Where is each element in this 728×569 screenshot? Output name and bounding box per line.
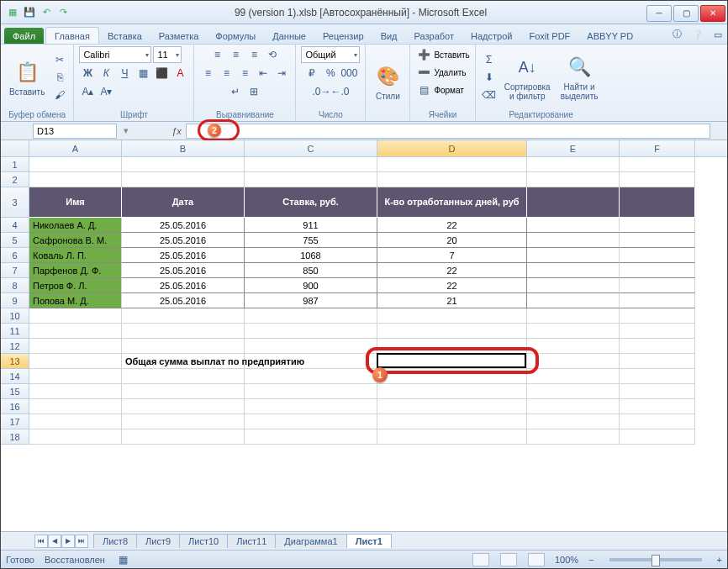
bold-button[interactable]: Ж — [79, 65, 96, 82]
sheet-tab[interactable]: Лист1 — [346, 534, 392, 548]
font-color-button[interactable]: A — [171, 65, 188, 82]
col-header-e[interactable]: E — [527, 140, 620, 156]
macro-record-icon[interactable]: ▦ — [115, 551, 132, 568]
italic-button[interactable]: К — [98, 65, 114, 82]
cell[interactable]: 25.05.2016 — [122, 218, 245, 233]
cell[interactable]: 21 — [377, 293, 527, 308]
tab-data[interactable]: Данные — [264, 28, 314, 44]
zoom-in-icon[interactable]: + — [717, 555, 722, 565]
cell[interactable] — [377, 369, 527, 384]
col-header-a[interactable]: A — [29, 140, 122, 156]
cell[interactable] — [245, 308, 377, 324]
cell[interactable]: 22 — [377, 263, 527, 278]
wrap-text-icon[interactable]: ↵ — [227, 83, 244, 100]
row-header[interactable]: 4 — [1, 218, 29, 233]
align-left-icon[interactable]: ≡ — [199, 65, 216, 82]
row-header[interactable]: 13 — [1, 354, 29, 369]
row-header[interactable]: 8 — [1, 278, 29, 293]
copy-icon[interactable]: ⎘ — [51, 69, 68, 86]
cell[interactable] — [29, 384, 122, 399]
cell[interactable] — [122, 384, 245, 399]
cell[interactable]: 25.05.2016 — [122, 278, 245, 293]
row-header[interactable]: 5 — [1, 233, 29, 248]
paste-button[interactable]: 📋 Вставить — [6, 57, 48, 98]
align-middle-icon[interactable]: ≡ — [227, 46, 244, 63]
underline-button[interactable]: Ч — [116, 65, 133, 82]
tab-addins[interactable]: Надстрой — [462, 28, 520, 44]
tab-file[interactable]: Файл — [4, 28, 44, 44]
cell[interactable] — [377, 354, 527, 369]
insert-cells-icon[interactable]: ➕ — [415, 46, 432, 63]
cell[interactable] — [527, 354, 620, 369]
cell[interactable] — [29, 354, 122, 369]
autosum-icon[interactable]: Σ — [481, 51, 498, 68]
cell[interactable]: 850 — [245, 263, 377, 278]
cell[interactable] — [245, 172, 377, 187]
cell[interactable] — [620, 429, 695, 445]
cell[interactable] — [29, 172, 122, 187]
cell[interactable]: 22 — [377, 278, 527, 293]
cell[interactable] — [377, 384, 527, 399]
align-right-icon[interactable]: ≡ — [236, 65, 253, 82]
row-header[interactable]: 7 — [1, 263, 29, 278]
cell[interactable]: 25.05.2016 — [122, 248, 245, 263]
cell[interactable] — [527, 308, 620, 324]
cell[interactable] — [527, 369, 620, 384]
cell[interactable] — [620, 414, 695, 429]
cell[interactable]: 20 — [377, 233, 527, 248]
increase-font-icon[interactable]: A▴ — [79, 83, 96, 100]
decrease-font-icon[interactable]: A▾ — [98, 83, 114, 100]
cell[interactable] — [527, 218, 620, 233]
zoom-out-icon[interactable]: − — [588, 555, 593, 565]
cell[interactable] — [377, 157, 527, 172]
cell[interactable] — [245, 354, 377, 369]
namebox-dropdown-icon[interactable]: ▾ — [119, 125, 134, 136]
col-header-b[interactable]: B — [122, 140, 245, 156]
cell[interactable] — [29, 339, 122, 354]
ribbon-options-icon[interactable]: ▭ — [709, 26, 727, 44]
cell[interactable] — [527, 263, 620, 278]
tab-foxit[interactable]: Foxit PDF — [520, 28, 578, 44]
cell[interactable] — [122, 308, 245, 324]
cell[interactable] — [620, 233, 695, 248]
row-header[interactable]: 12 — [1, 339, 29, 354]
format-painter-icon[interactable]: 🖌 — [51, 87, 68, 103]
cell[interactable] — [122, 172, 245, 187]
cell[interactable] — [620, 369, 695, 384]
cell[interactable]: Коваль Л. П. — [29, 248, 122, 263]
row-header[interactable]: 14 — [1, 369, 29, 384]
worksheet-grid[interactable]: A B C D E F 123ИмяДатаСтавка, руб.К-во о… — [1, 140, 727, 531]
cell[interactable] — [29, 157, 122, 172]
name-box[interactable]: D13 — [33, 124, 117, 139]
row-header[interactable]: 11 — [1, 324, 29, 339]
row-header[interactable]: 16 — [1, 399, 29, 414]
formula-input[interactable] — [186, 124, 710, 139]
increase-decimal-icon[interactable]: .0→ — [313, 83, 330, 100]
cell[interactable]: Сафронова В. М. — [29, 233, 122, 248]
cell[interactable] — [527, 384, 620, 399]
cell[interactable] — [122, 157, 245, 172]
font-name-combo[interactable]: Calibri — [79, 46, 151, 63]
cell[interactable]: 7 — [377, 248, 527, 263]
minimize-button[interactable]: ─ — [646, 5, 672, 22]
cell[interactable]: 755 — [245, 233, 377, 248]
cell[interactable] — [620, 399, 695, 414]
cell[interactable] — [620, 187, 695, 218]
cell[interactable] — [620, 263, 695, 278]
row-header[interactable]: 18 — [1, 429, 29, 445]
cell[interactable] — [527, 157, 620, 172]
cell[interactable] — [29, 399, 122, 414]
cell[interactable] — [527, 278, 620, 293]
select-all-corner[interactable] — [1, 140, 29, 156]
cell[interactable] — [245, 157, 377, 172]
tab-insert[interactable]: Вставка — [99, 28, 150, 44]
row-header[interactable]: 2 — [1, 172, 29, 187]
tab-abbyy[interactable]: ABBYY PD — [578, 28, 641, 44]
cell[interactable] — [245, 339, 377, 354]
fill-icon[interactable]: ⬇ — [481, 69, 498, 86]
cell[interactable] — [122, 339, 245, 354]
cell[interactable] — [377, 339, 527, 354]
align-top-icon[interactable]: ≡ — [208, 46, 225, 63]
cell[interactable] — [527, 339, 620, 354]
cell[interactable] — [527, 293, 620, 308]
